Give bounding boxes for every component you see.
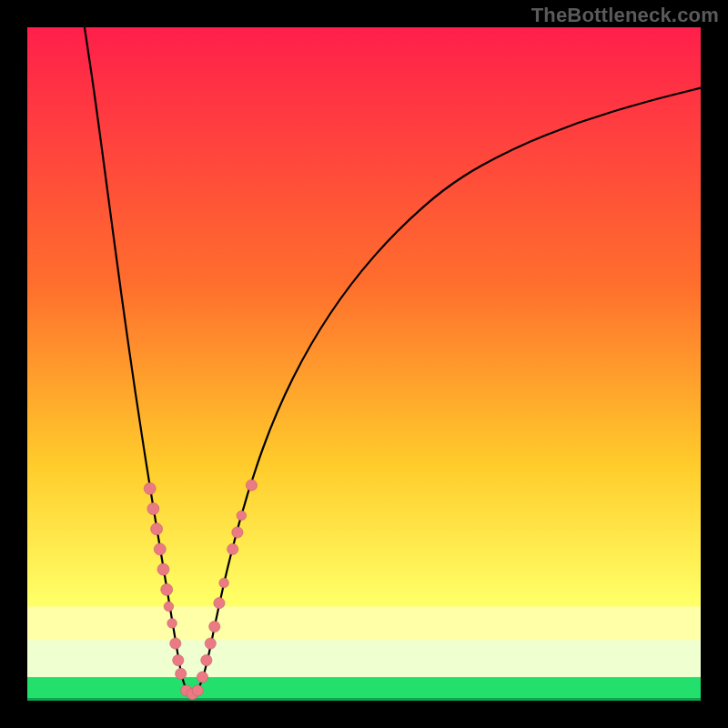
curve-marker	[154, 543, 166, 555]
curve-marker	[147, 503, 159, 515]
curve-marker	[237, 511, 247, 521]
curve-marker	[232, 527, 243, 538]
curve-marker	[173, 654, 184, 665]
curve-marker	[164, 602, 174, 612]
plot-background	[27, 27, 701, 701]
curve-marker	[209, 621, 220, 632]
curve-marker	[192, 685, 203, 696]
curve-marker	[157, 563, 169, 575]
chart-svg	[0, 0, 728, 728]
curve-marker	[167, 619, 177, 629]
curve-marker	[228, 543, 238, 554]
curve-marker	[219, 578, 229, 588]
curve-marker	[214, 598, 225, 609]
band-dark-green	[27, 698, 701, 701]
watermark-text: TheBottleneck.com	[531, 4, 719, 27]
band-green	[27, 677, 701, 701]
curve-marker	[205, 638, 216, 649]
curve-marker	[201, 654, 212, 665]
curve-marker	[144, 482, 156, 494]
curve-marker	[246, 480, 257, 490]
curve-marker	[170, 638, 181, 649]
curve-marker	[197, 672, 207, 682]
curve-marker	[151, 523, 163, 535]
curve-marker	[161, 583, 173, 595]
curve-marker	[176, 668, 187, 679]
chart-stage: TheBottleneck.com	[0, 0, 728, 728]
